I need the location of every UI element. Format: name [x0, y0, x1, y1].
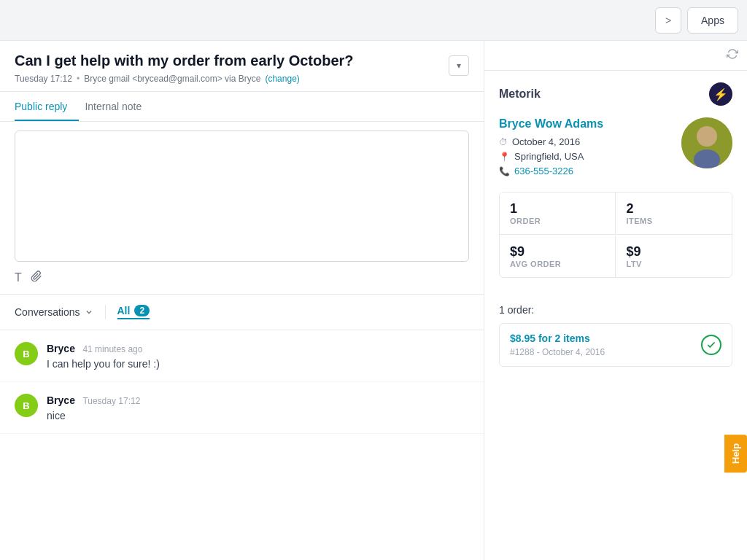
customer-section: Metorik ⚡ Bryce Wow Adams ⏱ October 4, 2… [484, 71, 747, 304]
order-id-date: #1288 - October 4, 2016 [510, 347, 605, 357]
stat-items: 2 ITEMS [616, 192, 732, 235]
customer-name[interactable]: Bryce Wow Adams [499, 117, 670, 131]
reply-tabs: Public reply Internal note [0, 92, 484, 122]
stat-avg-value: $9 [510, 244, 605, 260]
metorik-icon: ⚡ [709, 82, 732, 106]
stat-orders-value: 1 [510, 201, 605, 217]
customer-location: Springfield, USA [514, 151, 584, 162]
orders-title: 1 order: [499, 304, 732, 316]
message-text: I can help you for sure! :) [47, 358, 160, 370]
left-panel: Can I get help with my order from early … [0, 41, 484, 560]
order-check-icon [701, 335, 721, 355]
attach-icon[interactable] [31, 271, 42, 285]
apps-button[interactable]: Apps [687, 7, 738, 34]
message-time: 41 minutes ago [82, 344, 142, 354]
conversation-header-right: ▾ [449, 55, 469, 76]
message-author: Bryce [47, 394, 75, 406]
conversation-header-left: Can I get help with my order from early … [15, 52, 354, 84]
customer-info: Bryce Wow Adams ⏱ October 4, 2016 📍 Spri… [499, 117, 732, 180]
stat-ltv: $9 LTV [616, 236, 732, 277]
avatar: B [15, 342, 38, 365]
reply-textarea[interactable] [15, 131, 469, 262]
orders-section: 1 order: $8.95 for 2 items #1288 - Octob… [484, 304, 747, 381]
stat-avg-order: $9 AVG ORDER [500, 236, 616, 277]
stats-grid: 1 ORDER 2 ITEMS $9 AVG ORDER $9 LTV [499, 192, 732, 278]
all-label: All [117, 305, 131, 316]
tab-all[interactable]: All 2 [117, 305, 150, 319]
stat-ltv-value: $9 [627, 244, 722, 260]
order-card-info: $8.95 for 2 items #1288 - October 4, 201… [510, 332, 605, 357]
customer-date-row: ⏱ October 4, 2016 [499, 136, 670, 147]
message-item: B Bryce 41 minutes ago I can help you fo… [0, 330, 484, 382]
customer-phone-row: 📞 636-555-3226 [499, 166, 670, 176]
stat-ltv-label: LTV [627, 260, 722, 268]
conversations-header: Conversations All 2 [0, 295, 484, 330]
conversations-section: Conversations All 2 B Bryce 41 minutes a… [0, 294, 484, 560]
stat-orders: 1 ORDER [500, 192, 616, 235]
chevron-icon: > [665, 15, 671, 26]
message-content: Bryce 41 minutes ago I can help you for … [47, 342, 160, 370]
message-item: B Bryce Tuesday 17:12 nice [0, 382, 484, 434]
conversation-title: Can I get help with my order from early … [15, 52, 354, 69]
all-badge: 2 [134, 305, 150, 316]
customer-avatar [681, 117, 732, 168]
meta-author: Bryce gmail <brycead@gmail.com> via Bryc… [84, 74, 260, 84]
right-panel: Metorik ⚡ Bryce Wow Adams ⏱ October 4, 2… [484, 41, 747, 560]
clock-icon: ⏱ [499, 137, 508, 147]
metorik-title: Metorik [499, 88, 541, 101]
stat-items-label: ITEMS [627, 217, 722, 225]
top-bar: > Apps [0, 0, 747, 41]
customer-details: Bryce Wow Adams ⏱ October 4, 2016 📍 Spri… [499, 117, 670, 180]
message-author: Bryce [47, 343, 75, 354]
meta-time: Tuesday 17:12 [15, 74, 72, 84]
phone-icon: 📞 [499, 166, 510, 176]
location-icon: 📍 [499, 152, 510, 162]
text-format-icon[interactable]: T [15, 271, 22, 284]
header-divider [105, 305, 106, 319]
dropdown-icon: ▾ [457, 61, 461, 71]
dropdown-button[interactable]: ▾ [449, 55, 469, 76]
customer-location-row: 📍 Springfield, USA [499, 151, 670, 162]
order-card[interactable]: $8.95 for 2 items #1288 - October 4, 201… [499, 323, 732, 367]
metorik-header: Metorik ⚡ [499, 82, 732, 106]
help-button[interactable]: Help [724, 435, 747, 472]
stat-orders-label: ORDER [510, 217, 605, 225]
tab-public-reply[interactable]: Public reply [15, 92, 79, 121]
tab-internal-note[interactable]: Internal note [85, 92, 153, 121]
right-panel-top [484, 41, 747, 71]
meta-change-link[interactable]: (change) [265, 74, 299, 84]
message-text: nice [47, 410, 140, 421]
stat-avg-label: AVG ORDER [510, 260, 605, 268]
conversations-dropdown[interactable]: Conversations [15, 306, 93, 318]
message-time: Tuesday 17:12 [82, 396, 140, 406]
conversation-header: Can I get help with my order from early … [0, 41, 484, 92]
reply-area: T [0, 122, 484, 294]
main-layout: Can I get help with my order from early … [0, 41, 747, 560]
conversations-label: Conversations [15, 306, 80, 318]
customer-date: October 4, 2016 [512, 136, 580, 147]
chevron-button[interactable]: > [655, 7, 681, 34]
stat-items-value: 2 [627, 201, 722, 217]
meta-dot: • [77, 74, 80, 84]
reply-toolbar: T [15, 265, 469, 285]
avatar: B [15, 394, 38, 417]
svg-point-1 [697, 126, 717, 147]
customer-phone[interactable]: 636-555-3226 [514, 166, 573, 176]
message-content: Bryce Tuesday 17:12 nice [47, 394, 140, 421]
refresh-icon[interactable] [727, 48, 738, 63]
order-amount: $8.95 for 2 items [510, 332, 605, 344]
conversation-meta: Tuesday 17:12 • Bryce gmail <brycead@gma… [15, 74, 354, 84]
